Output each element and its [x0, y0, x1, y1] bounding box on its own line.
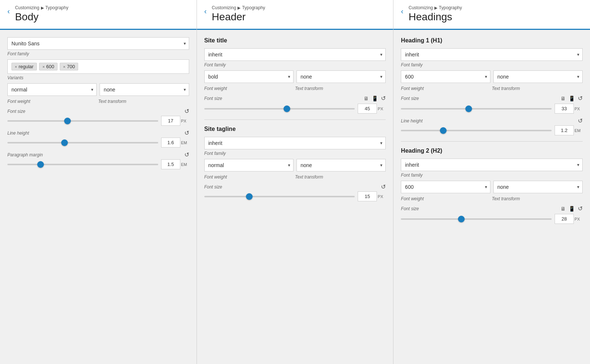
h2-fontsize-reset[interactable]: ↺	[578, 206, 583, 212]
body-fontsize-slider[interactable]	[7, 117, 158, 125]
sitetagline-text-transform-select[interactable]: none uppercase lowercase capitalize	[297, 159, 385, 171]
sitetitle-text-transform-select[interactable]: none uppercase lowercase capitalize	[297, 71, 385, 83]
headings-breadcrumb: Customizing ▶ Typography	[409, 5, 462, 10]
body-lineheight-input[interactable]	[161, 138, 180, 148]
body-variants-box[interactable]: × regular × 600 × 700	[7, 59, 189, 74]
variant-tag-700-label: 700	[67, 64, 75, 69]
h2-font-weight-label: Font weight	[401, 196, 492, 201]
sitetagline-fontsize-input[interactable]	[358, 191, 377, 201]
body-paragraphmargin-reset[interactable]: ↺	[184, 152, 189, 158]
sitetagline-font-family-select[interactable]: inherit Nunito Sans Arial Georgia	[205, 137, 386, 149]
sitetagline-font-weight-select[interactable]: normal bold 600 700	[205, 159, 293, 171]
body-paragraphmargin-input[interactable]	[161, 159, 180, 169]
sitetitle-fontsize-slider[interactable]	[204, 105, 355, 112]
sitetagline-fontsize-track	[204, 196, 355, 197]
body-font-weight-select[interactable]: normal bold 600 700	[8, 84, 96, 96]
h1-fontsize-input[interactable]	[555, 104, 574, 114]
body-font-family-label: Font family	[7, 51, 189, 56]
h2-fontsize-label-row: Font size 🖥 📱 ↺	[401, 206, 583, 212]
sitetagline-fontsize-slider[interactable]	[204, 193, 355, 200]
h1-lineheight-label: Line height	[401, 118, 423, 124]
h2-fontsize-input[interactable]	[555, 214, 574, 224]
headings-header-text: Customizing ▶ Typography Headings	[409, 5, 462, 23]
sitetagline-font-weight-label: Font weight	[204, 174, 295, 180]
sitetitle-fontsize-input[interactable]	[358, 104, 377, 114]
body-text-transform-select[interactable]: none uppercase lowercase capitalize	[100, 84, 188, 96]
h2-fontsize-unit: PX	[575, 217, 583, 221]
sitetitle-fontsize-reset[interactable]: ↺	[381, 96, 386, 101]
header-panel: ‹ Customizing ▶ Typography Header Site t…	[197, 0, 394, 364]
variant-tag-600[interactable]: × 600	[39, 63, 58, 70]
body-lineheight-value-box: EM	[161, 138, 189, 148]
h2-fontsize-slider[interactable]	[401, 215, 552, 223]
headings-panel-content: Heading 1 (H1) inherit Nunito Sans Arial…	[393, 30, 590, 364]
h2-font-family-select[interactable]: inherit Nunito Sans Arial Georgia	[401, 159, 582, 171]
headings-panel-title: Headings	[409, 11, 462, 23]
sitetagline-fontsize-thumb[interactable]	[246, 193, 253, 200]
h1-fontsize-thumb[interactable]	[465, 105, 472, 112]
h1-text-transform-select-wrapper: none uppercase lowercase capitalize ▾	[493, 70, 583, 83]
h2-text-transform-select[interactable]: none uppercase lowercase capitalize	[494, 181, 582, 193]
header-breadcrumb-typography: Typography	[242, 5, 265, 10]
sitetitle-font-family-select[interactable]: inherit Nunito Sans Arial Georgia	[205, 49, 386, 60]
body-back-button[interactable]: ‹	[7, 7, 10, 15]
body-fontsize-reset[interactable]: ↺	[184, 108, 189, 114]
h1-lineheight-input[interactable]	[555, 125, 574, 135]
body-fontsize-thumb[interactable]	[64, 118, 71, 124]
body-fontsize-label-row: Font size ↺	[7, 108, 189, 114]
sitetagline-fontsize-reset[interactable]: ↺	[381, 184, 386, 190]
h2-fontsize-thumb[interactable]	[458, 216, 465, 222]
h1-text-transform-label: Text transform	[492, 86, 583, 91]
h1-tablet-icon[interactable]: 📱	[569, 96, 575, 101]
sitetitle-fontsize-thumb[interactable]	[284, 105, 290, 112]
body-paragraphmargin-thumb[interactable]	[37, 161, 44, 168]
sitetitle-font-family-select-wrapper: inherit Nunito Sans Arial Georgia ▾	[204, 48, 386, 61]
h1-lineheight-slider[interactable]	[401, 127, 552, 134]
body-lineheight-unit: EM	[181, 141, 189, 145]
h2-text-transform-label: Text transform	[492, 196, 583, 201]
h1-lineheight-reset[interactable]: ↺	[578, 118, 583, 124]
variant-tag-regular[interactable]: × regular	[11, 63, 37, 70]
body-fontsize-slider-row: PX	[7, 116, 189, 126]
h2-tablet-icon[interactable]: 📱	[569, 206, 575, 212]
body-paragraphmargin-label-row: Paragraph margin ↺	[7, 152, 189, 158]
body-font-family-select[interactable]: Nunito Sans Arial Georgia inherit	[8, 38, 189, 49]
h1-desktop-icon[interactable]: 🖥	[560, 96, 566, 101]
h2-font-weight-select[interactable]: 600 normal bold 700	[401, 181, 490, 193]
h1-font-weight-select[interactable]: 600 normal bold 700	[401, 71, 490, 83]
h2-desktop-icon[interactable]: 🖥	[560, 206, 566, 212]
h1-fontsize-value-box: PX	[555, 104, 583, 114]
body-paragraphmargin-slider[interactable]	[7, 161, 158, 168]
body-text-transform-select-wrapper: none uppercase lowercase capitalize ▾	[100, 83, 189, 96]
body-font-family-select-wrapper: Nunito Sans Arial Georgia inherit ▾	[7, 37, 189, 50]
body-lineheight-slider[interactable]	[7, 139, 158, 146]
header-breadcrumb-customizing: Customizing	[212, 5, 236, 10]
sitetitle-desktop-icon[interactable]: 🖥	[364, 96, 369, 101]
body-fontsize-input[interactable]	[161, 116, 180, 126]
headings-back-button[interactable]: ‹	[401, 7, 403, 15]
sitetitle-tablet-icon[interactable]: 📱	[372, 96, 378, 101]
body-lineheight-reset[interactable]: ↺	[184, 130, 189, 136]
sitetitle-font-weight-select[interactable]: bold normal 600 700	[205, 71, 293, 83]
sitetagline-fontsize-slider-row: PX	[204, 191, 386, 201]
h1-fontsize-slider[interactable]	[401, 105, 552, 112]
h1-lineheight-value-box: EM	[555, 125, 583, 135]
sitetitle-device-icons: 🖥 📱 ↺	[364, 96, 386, 101]
h1-font-family-select-wrapper: inherit Nunito Sans Arial Georgia ▾	[401, 48, 583, 61]
variant-x-600[interactable]: ×	[42, 65, 45, 69]
variant-x-700[interactable]: ×	[63, 65, 65, 69]
variant-x-regular[interactable]: ×	[15, 65, 17, 69]
h1-lineheight-thumb[interactable]	[440, 127, 447, 134]
h1-font-family-select[interactable]: inherit Nunito Sans Arial Georgia	[401, 49, 582, 60]
sitetitle-text-transform-select-wrapper: none uppercase lowercase capitalize ▾	[296, 70, 386, 83]
h1-fontsize-label-row: Font size 🖥 📱 ↺	[401, 96, 583, 101]
body-text-transform-label: Text transform	[98, 99, 189, 104]
body-lineheight-thumb[interactable]	[61, 139, 68, 146]
sitetagline-weight-transform-row: normal bold 600 700 ▾ none uppercase low…	[204, 159, 386, 173]
header-back-button[interactable]: ‹	[204, 7, 207, 15]
h1-fontsize-reset[interactable]: ↺	[578, 96, 583, 101]
variant-tag-700[interactable]: × 700	[60, 63, 78, 70]
h1-text-transform-select[interactable]: none uppercase lowercase capitalize	[494, 71, 582, 83]
body-panel-header: ‹ Customizing ▶ Typography Body	[0, 0, 197, 30]
h2-text-transform-select-wrapper: none uppercase lowercase capitalize ▾	[493, 181, 583, 193]
